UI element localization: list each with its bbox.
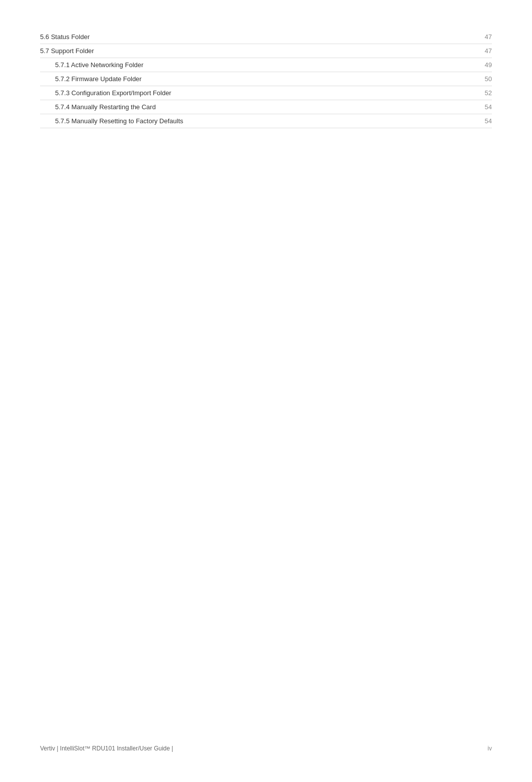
toc-page-5-7-1: 49 bbox=[477, 61, 492, 69]
toc-container: 5.6 Status Folder475.7 Support Folder475… bbox=[40, 30, 492, 128]
toc-page-5-6: 47 bbox=[477, 33, 492, 41]
toc-row-5-7-5: 5.7.5 Manually Resetting to Factory Defa… bbox=[40, 114, 492, 128]
toc-page-5-7-2: 50 bbox=[477, 75, 492, 83]
toc-label-5-6: 5.6 Status Folder bbox=[40, 33, 477, 41]
footer-page-number: iv bbox=[487, 745, 492, 752]
toc-page-5-7: 47 bbox=[477, 47, 492, 55]
toc-page-5-7-4: 54 bbox=[477, 103, 492, 111]
toc-page-5-7-5: 54 bbox=[477, 117, 492, 125]
footer-left-text: Vertiv | IntelliSlot™ RDU101 Installer/U… bbox=[40, 745, 173, 752]
toc-label-5-7-5: 5.7.5 Manually Resetting to Factory Defa… bbox=[55, 117, 477, 125]
toc-label-5-7: 5.7 Support Folder bbox=[40, 47, 477, 55]
toc-row-5-7: 5.7 Support Folder47 bbox=[40, 44, 492, 58]
toc-row-5-6: 5.6 Status Folder47 bbox=[40, 30, 492, 44]
toc-row-5-7-3: 5.7.3 Configuration Export/Import Folder… bbox=[40, 86, 492, 100]
toc-row-5-7-4: 5.7.4 Manually Restarting the Card54 bbox=[40, 100, 492, 114]
toc-label-5-7-2: 5.7.2 Firmware Update Folder bbox=[55, 75, 477, 83]
toc-row-5-7-2: 5.7.2 Firmware Update Folder50 bbox=[40, 72, 492, 86]
toc-page-5-7-3: 52 bbox=[477, 89, 492, 97]
toc-row-5-7-1: 5.7.1 Active Networking Folder49 bbox=[40, 58, 492, 72]
toc-label-5-7-4: 5.7.4 Manually Restarting the Card bbox=[55, 103, 477, 111]
toc-label-5-7-3: 5.7.3 Configuration Export/Import Folder bbox=[55, 89, 477, 97]
toc-label-5-7-1: 5.7.1 Active Networking Folder bbox=[55, 61, 477, 69]
footer: Vertiv | IntelliSlot™ RDU101 Installer/U… bbox=[40, 745, 492, 752]
page-content: 5.6 Status Folder475.7 Support Folder475… bbox=[0, 0, 532, 782]
